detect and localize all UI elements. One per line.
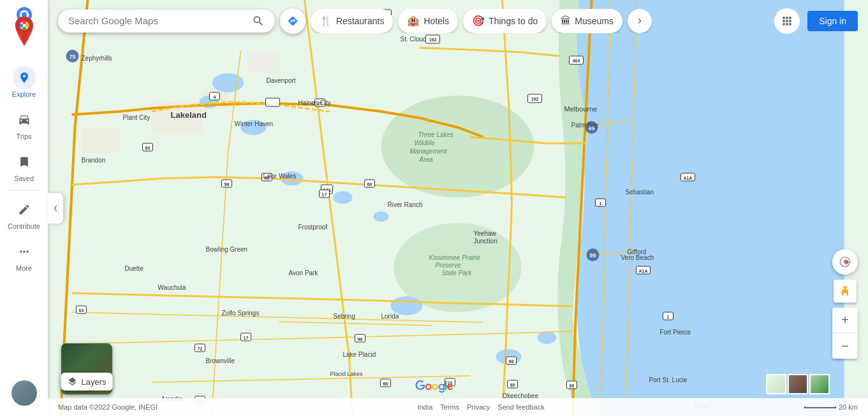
contribute-icon [13, 198, 36, 221]
category-pills: 🍴 Restaurants 🏨 Hotels 🎯 Things to do 🏛 … [311, 9, 769, 33]
bottom-bar: Map data ©2022 Google, INEGI India Terms… [48, 398, 868, 416]
send-feedback-link[interactable]: Send feedback [497, 403, 544, 411]
map-type-satellite[interactable] [788, 374, 808, 394]
svg-point-16 [538, 331, 557, 344]
svg-text:95: 95 [589, 252, 596, 259]
hotels-icon: 🏨 [407, 15, 420, 27]
svg-text:Lakeland: Lakeland [171, 110, 207, 120]
directions-button[interactable] [280, 8, 305, 34]
google-logo [415, 380, 453, 396]
street-view-pegman[interactable] [834, 280, 857, 303]
svg-text:Junction: Junction [474, 238, 497, 245]
explore-icon [13, 66, 36, 89]
map-type-strip [766, 374, 830, 394]
india-link[interactable]: India [417, 403, 432, 411]
svg-text:192: 192 [531, 97, 539, 101]
sign-in-button[interactable]: Sign in [807, 11, 858, 31]
avatar[interactable] [11, 380, 37, 406]
compass-button[interactable] [832, 249, 858, 275]
svg-point-8 [212, 73, 244, 92]
things-to-do-label: Things to do [489, 16, 538, 26]
search-bar[interactable] [58, 10, 275, 32]
svg-text:Wildlife: Wildlife [415, 140, 436, 147]
svg-text:Zephyrhills: Zephyrhills [82, 55, 112, 62]
sidebar-item-contribute[interactable]: Contribute [0, 193, 48, 235]
svg-text:Lake Placid: Lake Placid [343, 351, 376, 358]
zoom-controls: + − [832, 308, 858, 359]
zoom-out-button[interactable]: − [832, 333, 858, 359]
sidebar-item-trips[interactable]: Trips [0, 103, 48, 145]
svg-text:60: 60 [367, 182, 372, 187]
svg-text:Placid Lakes: Placid Lakes [330, 371, 364, 377]
svg-text:64: 64 [79, 308, 84, 313]
apps-grid-button[interactable] [774, 8, 800, 34]
svg-text:Port St. Lucie: Port St. Lucie [649, 377, 688, 384]
svg-text:Yeehaw: Yeehaw [474, 230, 497, 237]
collapse-panel-button[interactable] [48, 193, 63, 224]
svg-rect-5 [247, 51, 279, 73]
svg-text:State Park: State Park [442, 269, 473, 276]
sidebar-item-explore[interactable]: Explore [0, 61, 48, 103]
svg-text:Zolfo Springs: Zolfo Springs [222, 310, 260, 317]
saved-icon [13, 150, 36, 173]
saved-label: Saved [14, 175, 34, 182]
zoom-in-button[interactable]: + [832, 308, 858, 333]
svg-text:66: 66 [383, 382, 388, 386]
things-to-do-icon: 🎯 [472, 15, 485, 27]
svg-text:Melbourne: Melbourne [564, 105, 598, 113]
hotels-label: Hotels [423, 16, 449, 26]
svg-text:192: 192 [429, 38, 437, 42]
sidebar-item-more[interactable]: More [0, 235, 48, 277]
svg-point-13 [374, 212, 389, 222]
map-container[interactable]: 75 95 95 441 27 570 4 60 60 60 98 17 98 … [0, 0, 868, 416]
svg-text:98: 98 [509, 359, 514, 364]
svg-text:60: 60 [145, 146, 151, 150]
museums-pill[interactable]: 🏛 Museums [552, 9, 622, 33]
svg-text:Area: Area [419, 156, 434, 163]
svg-text:1: 1 [667, 315, 670, 319]
svg-text:Vero Beach: Vero Beach [621, 254, 654, 261]
svg-point-125 [19, 24, 23, 27]
svg-text:4: 4 [214, 95, 216, 99]
svg-text:Brandon: Brandon [82, 157, 106, 164]
svg-text:Palm Bay: Palm Bay [571, 122, 599, 129]
svg-text:A1A: A1A [683, 176, 692, 180]
map-type-default[interactable] [766, 374, 786, 394]
restaurants-label: Restaurants [336, 16, 384, 26]
svg-text:80: 80 [510, 383, 515, 387]
scale-label: 20 km [839, 403, 858, 411]
svg-text:72: 72 [198, 347, 203, 351]
svg-text:Duette: Duette [125, 265, 144, 272]
more-label: More [16, 264, 32, 272]
layers-button[interactable]: Layers [61, 373, 112, 391]
search-input[interactable] [68, 15, 247, 26]
trips-label: Trips [16, 133, 31, 140]
map-type-terrain[interactable] [809, 374, 830, 394]
svg-text:Davenport: Davenport [267, 77, 296, 84]
svg-text:Wauchula: Wauchula [158, 284, 187, 291]
more-categories-button[interactable] [628, 9, 652, 33]
svg-text:Bowling Green: Bowling Green [206, 246, 248, 253]
svg-text:St. Cloud: St. Cloud [401, 36, 427, 43]
sidebar-item-saved[interactable]: Saved [0, 145, 48, 187]
svg-text:Brownville: Brownville [206, 357, 235, 364]
hotels-pill[interactable]: 🏨 Hotels [398, 9, 458, 33]
svg-text:570: 570 [269, 101, 277, 105]
search-icon[interactable] [252, 15, 265, 27]
google-maps-logo-real[interactable] [13, 15, 36, 51]
svg-text:Frostproof: Frostproof [298, 224, 328, 231]
layers-label: Layers [81, 377, 106, 387]
svg-text:80: 80 [570, 384, 575, 388]
privacy-link[interactable]: Privacy [467, 403, 490, 411]
restaurants-pill[interactable]: 🍴 Restaurants [311, 9, 393, 33]
museums-label: Museums [575, 16, 614, 26]
bottom-links: India Terms Privacy Send feedback [417, 403, 544, 411]
svg-text:Plant City: Plant City [123, 114, 151, 121]
things-to-do-pill[interactable]: 🎯 Things to do [463, 9, 547, 33]
scale-bar: 20 km [804, 403, 858, 411]
topbar-right: Sign in [774, 8, 858, 34]
svg-text:River Ranch: River Ranch [388, 201, 423, 208]
svg-text:Winter Haven: Winter Haven [235, 120, 274, 127]
terms-link[interactable]: Terms [440, 403, 459, 411]
svg-text:Sebastian: Sebastian [626, 189, 654, 196]
